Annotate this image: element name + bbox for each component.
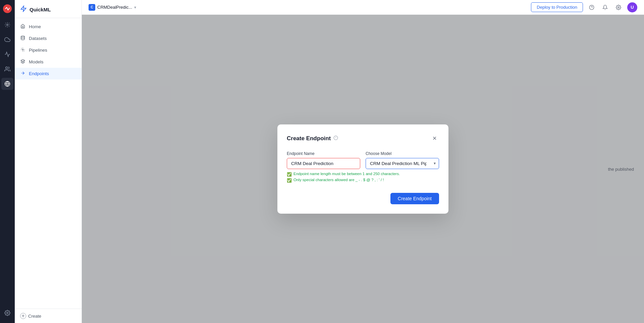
validation-text-2: Only special characters allowed are _ - …: [293, 178, 384, 182]
models-icon: [20, 59, 25, 65]
svg-point-7: [21, 36, 25, 37]
topbar: C CRMDealPredic... ▾ Deploy to Productio…: [82, 0, 644, 15]
choose-model-group: Choose Model CRM Deal Prediction ML Pipe…: [366, 151, 439, 169]
choose-model-label: Choose Model: [366, 151, 439, 156]
endpoint-name-group: Endpoint Name: [287, 151, 360, 169]
sidebar-item-endpoints-label: Endpoints: [29, 71, 49, 76]
sidebar-nav: Home Datasets Pipelines Models Endpoints: [15, 18, 82, 309]
modal-info-icon[interactable]: [333, 136, 338, 141]
endpoint-name-input[interactable]: [287, 158, 360, 169]
main-content: C CRMDealPredic... ▾ Deploy to Productio…: [82, 0, 644, 323]
modal-form-row: Endpoint Name Choose Model CRM Deal Pred…: [287, 151, 439, 169]
sidebar-item-pipelines[interactable]: Pipelines: [15, 44, 82, 56]
sidebar: QuickML Home Datasets Pipelines Models: [15, 0, 82, 323]
quickml-logo-icon: [20, 5, 27, 14]
svg-point-2: [6, 67, 8, 69]
modal-header: Create Endpoint ✕: [287, 134, 439, 143]
sidebar-item-home-label: Home: [29, 24, 41, 29]
sidebar-title: QuickML: [30, 7, 51, 12]
notifications-icon[interactable]: [600, 3, 610, 12]
modal-title: Create Endpoint: [287, 135, 331, 142]
create-endpoint-button[interactable]: Create Endpoint: [390, 193, 439, 204]
page-content: the published Create Endpoint: [82, 15, 644, 323]
sidebar-item-datasets[interactable]: Datasets: [15, 33, 82, 44]
sidebar-item-models[interactable]: Models: [15, 56, 82, 68]
icon-bar-flow[interactable]: [1, 19, 13, 31]
checkmark-icon-2: ✅: [287, 178, 292, 183]
endpoint-name-label: Endpoint Name: [287, 151, 360, 156]
validation-text-1: Endpoint name length must be between 1 a…: [293, 172, 400, 176]
icon-bar-cloud[interactable]: [1, 34, 13, 46]
sidebar-create-button[interactable]: + Create: [20, 313, 76, 319]
user-avatar[interactable]: U: [627, 2, 637, 12]
sidebar-item-endpoints[interactable]: Endpoints: [15, 68, 82, 79]
sidebar-item-home[interactable]: Home: [15, 21, 82, 33]
model-select[interactable]: CRM Deal Prediction ML Pipeline model Mo…: [366, 158, 439, 169]
datasets-icon: [20, 36, 25, 41]
validation-msg-length: ✅ Endpoint name length must be between 1…: [287, 172, 439, 177]
sidebar-header: QuickML: [15, 0, 82, 18]
icon-bar-chart[interactable]: [1, 48, 13, 60]
topbar-project[interactable]: C CRMDealPredic... ▾: [89, 4, 136, 11]
modal-overlay: Create Endpoint ✕ Endpoint Name: [82, 15, 644, 323]
project-icon: C: [89, 4, 95, 11]
topbar-left: C CRMDealPredic... ▾: [89, 4, 136, 11]
sidebar-item-models-label: Models: [29, 59, 44, 64]
svg-point-5: [7, 312, 8, 314]
create-plus-icon: +: [20, 313, 26, 319]
project-chevron-icon: ▾: [134, 5, 136, 10]
settings-icon[interactable]: [614, 3, 623, 12]
checkmark-icon-1: ✅: [287, 172, 292, 177]
project-name: CRMDealPredic...: [97, 5, 132, 10]
help-icon[interactable]: [587, 3, 596, 12]
pipelines-icon: [20, 47, 25, 53]
svg-point-1: [7, 24, 8, 26]
deploy-to-production-button[interactable]: Deploy to Production: [531, 2, 583, 12]
icon-bar-endpoints[interactable]: [1, 78, 13, 90]
model-select-wrapper: CRM Deal Prediction ML Pipeline model Mo…: [366, 158, 439, 169]
icon-bar: [0, 0, 15, 323]
icon-bar-settings-bottom[interactable]: [1, 307, 13, 319]
svg-point-11: [618, 7, 619, 8]
modal-close-button[interactable]: ✕: [430, 134, 439, 143]
modal-footer: Create Endpoint: [287, 193, 439, 204]
sidebar-item-datasets-label: Datasets: [29, 36, 47, 41]
sidebar-item-pipelines-label: Pipelines: [29, 48, 47, 53]
svg-marker-6: [21, 6, 26, 12]
endpoints-icon: [20, 71, 25, 76]
app-logo: [3, 4, 12, 13]
svg-point-8: [22, 49, 23, 50]
create-label: Create: [28, 314, 41, 319]
validation-messages: ✅ Endpoint name length must be between 1…: [287, 172, 439, 183]
create-endpoint-modal: Create Endpoint ✕ Endpoint Name: [277, 124, 448, 214]
sidebar-footer: + Create: [15, 309, 82, 323]
modal-title-row: Create Endpoint: [287, 135, 338, 142]
home-icon: [20, 24, 25, 30]
topbar-right: Deploy to Production U: [531, 2, 637, 12]
icon-bar-users[interactable]: [1, 63, 13, 75]
validation-msg-chars: ✅ Only special characters allowed are _ …: [287, 178, 439, 183]
